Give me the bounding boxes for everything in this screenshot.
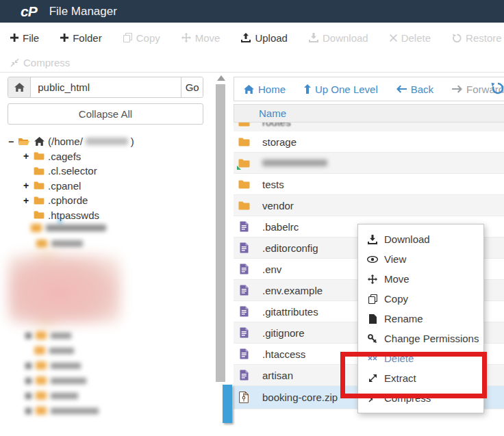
tree-item-cpanel[interactable]: + .cpanel	[0, 179, 209, 194]
redacted-tree-item	[25, 392, 78, 400]
file-name: .gitignore	[262, 327, 305, 339]
context-menu: Download View Move Copy Rename Change Pe…	[357, 224, 484, 413]
file-icon	[238, 370, 250, 381]
file-name: tests	[262, 179, 284, 190]
context-menu-item-delete[interactable]: Delete	[358, 348, 483, 368]
upload-icon	[241, 33, 251, 42]
compress-icon	[367, 394, 378, 402]
file-name: .babelrc	[262, 221, 299, 233]
delete-x-icon	[367, 356, 378, 361]
context-menu-item-rename[interactable]: Rename	[358, 309, 483, 329]
toolbar-row-1: File Folder Copy Move Upload Download De…	[10, 28, 504, 47]
download-button[interactable]: Download	[309, 32, 368, 44]
new-folder-button[interactable]: Folder	[60, 32, 102, 44]
forward-arrow-icon	[452, 85, 462, 93]
context-menu-item-copy[interactable]: Copy	[358, 289, 483, 309]
download-icon	[309, 33, 318, 42]
download-icon	[367, 235, 378, 244]
table-row-storage[interactable]: storage	[234, 131, 504, 153]
folder-icon	[33, 181, 45, 190]
tree-item-label: .cpanel	[48, 180, 81, 192]
collapse-expander[interactable]: −	[7, 136, 15, 147]
folder-symlink-icon	[238, 159, 250, 168]
collapse-all-button[interactable]: Collapse All	[8, 103, 203, 125]
delete-button[interactable]: Delete	[390, 32, 431, 44]
tree-item-cl-selector[interactable]: .cl.selector	[0, 164, 209, 179]
nav-home-button[interactable]: Home	[244, 84, 286, 95]
move-icon	[367, 274, 378, 284]
table-row-redacted[interactable]	[234, 153, 504, 174]
tree-item-label: .htpasswds	[48, 209, 99, 221]
partial-file-row[interactable]: routes	[234, 123, 504, 131]
file-name: .env.example	[262, 285, 323, 296]
expand-icon[interactable]: +	[22, 195, 30, 206]
move-button[interactable]: Move	[181, 32, 220, 44]
redacted-tree-item	[25, 407, 99, 415]
tree-root-label: (/home/	[48, 136, 83, 147]
tree-item-label: .cl.selector	[48, 165, 97, 177]
redacted-tree-item	[36, 240, 83, 248]
tree-item-cagefs[interactable]: + .cagefs	[0, 149, 209, 164]
file-name: artisan	[262, 370, 293, 381]
file-name: .htaccess	[262, 348, 305, 360]
reload-icon[interactable]	[490, 82, 504, 94]
rename-icon	[367, 314, 378, 324]
nav-back-button[interactable]: Back	[396, 84, 433, 95]
redacted-tree-item	[31, 224, 106, 232]
page-title: File Manager	[49, 5, 117, 18]
plus-icon	[10, 34, 18, 42]
copy-button[interactable]: Copy	[123, 32, 160, 44]
table-row-tests[interactable]: tests	[234, 174, 504, 195]
home-icon[interactable]	[8, 77, 31, 97]
context-menu-item-view[interactable]: View	[358, 249, 483, 269]
scrollbar-up-arrow[interactable]	[217, 75, 225, 81]
context-menu-item-download[interactable]: Download	[358, 229, 483, 249]
file-name: storage	[262, 136, 297, 148]
redacted-tree-item	[34, 346, 74, 355]
tree-item-home-root[interactable]: − (/home/ )	[0, 134, 209, 149]
restore-button[interactable]: Restore	[452, 32, 502, 44]
context-menu-item-compress[interactable]: Compress	[358, 388, 483, 408]
upload-button[interactable]: Upload	[241, 32, 288, 44]
eye-icon	[367, 256, 378, 263]
go-button[interactable]: Go	[181, 77, 203, 97]
restore-icon	[452, 34, 462, 42]
toolbar-row-2: Compress	[10, 53, 70, 71]
column-header-name[interactable]: Name	[234, 104, 504, 123]
context-menu-item-move[interactable]: Move	[358, 269, 483, 289]
tree-item-cphorde[interactable]: + .cphorde	[0, 193, 209, 208]
file-icon	[238, 306, 250, 317]
copy-icon	[123, 33, 132, 42]
compress-button[interactable]: Compress	[10, 57, 70, 68]
tree-item-htpasswds[interactable]: .htpasswds	[0, 208, 209, 223]
redacted-file-name	[262, 159, 327, 166]
toolbar: File Folder Copy Move Upload Download De…	[0, 23, 504, 73]
folder-icon	[238, 123, 250, 127]
file-name: booking-core.zip	[262, 392, 338, 403]
copy-icon	[367, 294, 378, 304]
nav-up-one-level-button[interactable]: Up One Level	[304, 84, 378, 95]
folder-open-icon	[18, 137, 30, 146]
tree-item-label: .cagefs	[48, 151, 81, 162]
file-name: .editorconfig	[262, 242, 318, 254]
context-menu-item-extract[interactable]: Extract	[358, 368, 483, 388]
back-arrow-icon	[396, 85, 407, 93]
file-pane-navbar: Home Up One Level Back Forward	[234, 77, 504, 101]
app-header: cP File Manager	[0, 0, 504, 23]
expand-icon[interactable]: +	[22, 151, 30, 162]
file-name: .gitattributes	[262, 306, 318, 318]
redacted-username	[86, 138, 128, 145]
path-input[interactable]	[31, 77, 181, 97]
expand-icon[interactable]: +	[22, 180, 30, 191]
file-icon	[238, 285, 250, 296]
path-input-group: Go	[8, 77, 203, 98]
blue-scroll-indicator[interactable]	[223, 385, 232, 423]
file-icon	[238, 221, 250, 232]
context-menu-item-change-permissions[interactable]: Change Permissions	[358, 329, 483, 348]
new-file-button[interactable]: File	[10, 32, 39, 44]
file-name: .env	[262, 264, 281, 275]
scrollbar-thumb[interactable]	[216, 84, 225, 382]
file-icon	[238, 264, 250, 274]
home-icon	[33, 137, 45, 146]
table-row-vendor[interactable]: vendor	[234, 195, 504, 216]
